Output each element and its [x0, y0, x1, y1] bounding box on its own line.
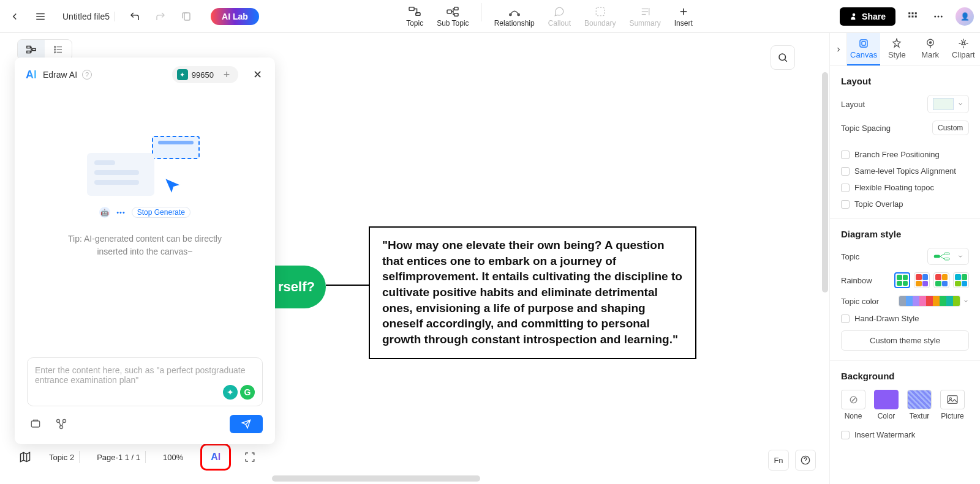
- horizontal-scrollbar[interactable]: [272, 475, 480, 482]
- tool-topic[interactable]: Topic: [400, 3, 429, 30]
- palette-2[interactable]: [914, 272, 930, 288]
- color-strip[interactable]: [899, 296, 960, 307]
- redo-button[interactable]: [152, 8, 169, 25]
- palette-3[interactable]: [933, 272, 949, 288]
- palette-4[interactable]: [953, 272, 969, 288]
- tool-relationship[interactable]: Relationship: [488, 3, 541, 30]
- bg-options: ⊘None Color Textur Picture: [841, 390, 969, 420]
- back-button[interactable]: [6, 8, 23, 25]
- ai-lab-button[interactable]: AI Lab: [211, 8, 259, 25]
- central-topic[interactable]: rself?: [272, 266, 326, 308]
- svg-rect-20: [915, 12, 917, 14]
- check-hand-drawn[interactable]: Hand-Drawn Style: [841, 314, 969, 323]
- layout-dropdown[interactable]: [927, 95, 969, 113]
- layout-label: Layout: [841, 100, 865, 109]
- credits-badge[interactable]: ✦ 99650 +: [172, 66, 238, 83]
- rainbow-row: Rainbow: [841, 272, 969, 288]
- svg-point-30: [55, 46, 56, 47]
- toolbar-center: Topic Sub Topic Relationship Callout Bou…: [259, 3, 840, 30]
- view-outline-button[interactable]: [45, 40, 72, 59]
- check-same-level[interactable]: Same-level Topics Alignment: [841, 166, 969, 176]
- palette-1[interactable]: [894, 272, 910, 288]
- fn-button[interactable]: Fn: [768, 450, 789, 471]
- topic-icon: [408, 6, 421, 18]
- ai-input[interactable]: [35, 365, 255, 396]
- view-mindmap-button[interactable]: [18, 40, 45, 59]
- map-button[interactable]: [18, 450, 32, 464]
- style-tab-icon: [891, 38, 902, 49]
- attach-button[interactable]: [27, 415, 44, 433]
- page-info[interactable]: Page-1 1 / 1: [92, 451, 146, 463]
- tool-subtopic[interactable]: Sub Topic: [431, 3, 475, 30]
- grammarly-icon[interactable]: G: [240, 385, 255, 400]
- topic-style-dropdown[interactable]: [927, 248, 969, 265]
- svg-rect-51: [944, 258, 950, 260]
- ai-toggle-button[interactable]: AI: [200, 444, 231, 471]
- tab-canvas-label: Canvas: [850, 50, 877, 59]
- texture-icon: [907, 390, 932, 409]
- svg-point-40: [779, 54, 786, 61]
- file-title[interactable]: Untitled file5: [58, 12, 115, 21]
- check-flexible[interactable]: Flexible Floating topoc: [841, 183, 969, 192]
- svg-rect-7: [454, 7, 458, 10]
- svg-rect-18: [908, 12, 910, 14]
- more-button[interactable]: [930, 8, 947, 25]
- svg-rect-6: [447, 10, 451, 13]
- share-icon: [850, 12, 858, 21]
- vertical-scrollbar[interactable]: [822, 72, 828, 292]
- tab-clipart[interactable]: Clipart: [947, 33, 980, 65]
- bg-color-label: Color: [878, 412, 895, 420]
- checkbox-icon: [841, 184, 850, 192]
- tool-insert[interactable]: Insert: [668, 3, 699, 30]
- cursor-icon: [160, 174, 185, 198]
- check-label-1: Same-level Topics Alignment: [854, 166, 956, 176]
- tool-insert-label: Insert: [674, 19, 693, 28]
- svg-point-26: [941, 15, 943, 17]
- graph-button[interactable]: [53, 415, 70, 433]
- check-overlap[interactable]: Topic Overlap: [841, 199, 969, 209]
- close-panel-button[interactable]: ✕: [251, 68, 264, 81]
- send-button[interactable]: [230, 415, 263, 433]
- help-button[interactable]: [795, 450, 816, 471]
- share-button[interactable]: Share: [840, 7, 895, 26]
- svg-rect-50: [944, 253, 950, 255]
- generated-text-node[interactable]: "How may one elevate their own being? A …: [369, 226, 696, 359]
- ai-input-box: ✦ G: [27, 357, 263, 406]
- svg-rect-3: [184, 13, 190, 20]
- ai-meta-row: 🤖 ••• Stop Generate: [99, 207, 190, 218]
- callout-icon: [554, 6, 565, 18]
- check-branch-free[interactable]: Branch Free Positioning: [841, 150, 969, 159]
- bg-color[interactable]: Color: [874, 390, 899, 420]
- stop-generate-button[interactable]: Stop Generate: [132, 207, 190, 218]
- chevron-down-icon[interactable]: [963, 298, 969, 304]
- avatar[interactable]: 👤: [956, 7, 974, 26]
- fullscreen-button[interactable]: [243, 450, 257, 464]
- tab-mark[interactable]: Mark: [914, 33, 947, 65]
- tab-canvas[interactable]: Canvas: [847, 33, 880, 65]
- collapse-panel-button[interactable]: [830, 33, 847, 65]
- clipboard-button[interactable]: [178, 8, 195, 25]
- bg-picture[interactable]: Picture: [940, 390, 965, 420]
- bg-none-label: None: [845, 412, 862, 420]
- bg-texture[interactable]: Textur: [907, 390, 932, 420]
- bg-none[interactable]: ⊘None: [841, 390, 865, 420]
- add-credits-button[interactable]: +: [220, 68, 233, 81]
- search-button[interactable]: [771, 45, 795, 70]
- svg-line-48: [940, 254, 944, 256]
- input-action-1[interactable]: ✦: [223, 385, 238, 400]
- zoom-level[interactable]: 100%: [158, 451, 188, 463]
- svg-rect-4: [409, 7, 414, 10]
- bg-section-title: Background: [841, 371, 969, 381]
- spacing-dropdown[interactable]: Custom: [932, 121, 969, 135]
- ai-panel: AI Edraw AI ? ✦ 99650 + ✕ 🤖 ••• Stop Gen…: [15, 58, 275, 444]
- right-panel: Canvas Style Mark Clipart Layout Layout …: [829, 33, 980, 484]
- undo-button[interactable]: [126, 8, 143, 25]
- tab-style[interactable]: Style: [880, 33, 913, 65]
- custom-theme-button[interactable]: Custom theme style: [841, 330, 969, 351]
- menu-button[interactable]: [32, 8, 49, 25]
- check-watermark[interactable]: Insert Watermark: [841, 430, 969, 439]
- ai-panel-body: 🤖 ••• Stop Generate Tip: AI-generated co…: [15, 92, 275, 357]
- help-icon[interactable]: ?: [82, 70, 92, 80]
- grid-apps-button[interactable]: [904, 8, 921, 25]
- tool-summary-label: Summary: [629, 19, 660, 28]
